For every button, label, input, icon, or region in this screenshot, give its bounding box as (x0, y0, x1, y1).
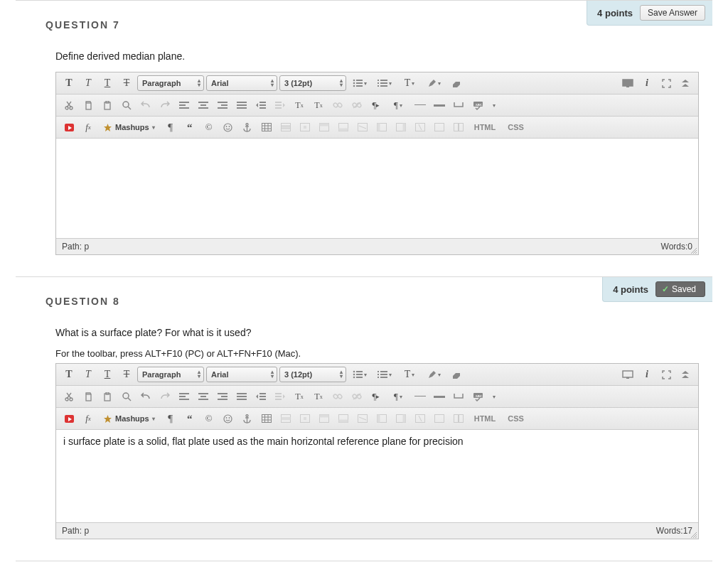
emoticons-button[interactable] (220, 411, 237, 426)
subscript-button[interactable]: Tx (310, 97, 327, 113)
paste-button[interactable] (99, 389, 116, 404)
redo-button[interactable] (156, 389, 173, 404)
fullscreen-button[interactable] (658, 367, 675, 382)
align-justify-button[interactable] (233, 97, 250, 113)
copy-button[interactable] (80, 97, 97, 113)
indent-button[interactable] (272, 389, 289, 404)
symbol-copyright-icon[interactable]: © (200, 119, 218, 135)
insert-table-button[interactable] (258, 411, 275, 426)
split-cells-button[interactable] (450, 119, 467, 135)
editor-content-area[interactable]: i surface plate is a solid, flat plate u… (56, 430, 698, 522)
undo-button[interactable] (137, 97, 154, 113)
outdent-button[interactable] (252, 389, 269, 404)
mashups-button[interactable]: Mashups▾ (99, 411, 160, 426)
delete-col-button[interactable] (412, 119, 429, 135)
font-family-select[interactable]: Arial▴▾ (206, 367, 277, 382)
bold-button[interactable]: T (60, 75, 77, 91)
delete-col-button[interactable] (412, 411, 429, 426)
highlight-color-button[interactable]: ▾ (423, 75, 446, 91)
superscript-button[interactable]: Tx (291, 389, 308, 404)
paste-button[interactable] (99, 97, 116, 113)
remove-link-button[interactable] (348, 97, 365, 113)
table-cell-props-button[interactable] (296, 411, 314, 426)
preview-button[interactable] (619, 75, 636, 91)
nonbreaking-space-button[interactable] (450, 389, 467, 404)
insert-link-button[interactable] (329, 97, 346, 113)
align-right-button[interactable] (214, 389, 231, 404)
collapse-toolbar-button[interactable] (677, 367, 694, 382)
font-size-select[interactable]: 3 (12pt)▴▾ (279, 367, 346, 382)
bold-button[interactable]: T (60, 367, 77, 382)
align-center-button[interactable] (195, 389, 212, 404)
table-row-props-button[interactable] (277, 119, 294, 135)
table-row-props-button[interactable] (277, 411, 294, 426)
insert-link-button[interactable] (329, 389, 346, 404)
insert-row-before-button[interactable] (316, 119, 333, 135)
insert-col-after-button[interactable] (392, 119, 410, 135)
paragraph-format-select[interactable]: Paragraph▴▾ (137, 75, 204, 91)
help-button[interactable]: i (638, 75, 655, 91)
merge-cells-button[interactable] (431, 119, 448, 135)
record-video-button[interactable] (60, 411, 77, 426)
blockquote-button[interactable]: “ (181, 411, 198, 426)
underline-button[interactable]: T (99, 75, 116, 91)
font-family-select[interactable]: Arial▴▾ (206, 75, 277, 91)
resize-handle-icon[interactable] (690, 247, 697, 254)
strikethrough-button[interactable]: T (118, 367, 135, 382)
insert-row-before-button[interactable] (316, 411, 333, 426)
undo-button[interactable] (137, 389, 154, 404)
html-button[interactable]: HTML (469, 119, 501, 135)
bullet-list-button[interactable]: ▾ (348, 367, 371, 382)
horizontal-rule-thick-button[interactable] (431, 389, 448, 404)
math-editor-button[interactable]: fx (80, 119, 97, 135)
anchor-button[interactable] (239, 411, 256, 426)
emoticons-button[interactable] (220, 119, 237, 135)
css-button[interactable]: CSS (503, 411, 529, 426)
numbered-list-button[interactable]: ▾ (373, 367, 396, 382)
align-justify-button[interactable] (233, 389, 250, 404)
table-cell-props-button[interactable] (296, 119, 314, 135)
insert-table-button[interactable] (258, 119, 275, 135)
split-cells-button[interactable] (450, 411, 467, 426)
math-editor-button[interactable]: fx (80, 411, 97, 426)
clear-formatting-button[interactable] (448, 75, 465, 91)
strikethrough-button[interactable]: T (118, 75, 135, 91)
fullscreen-button[interactable] (658, 75, 675, 91)
align-right-button[interactable] (214, 97, 231, 113)
direction-ltr-button[interactable]: ¶▸ (368, 389, 385, 404)
align-left-button[interactable] (176, 389, 193, 404)
show-nonprinting-button[interactable]: ¶ (162, 119, 179, 135)
insert-col-before-button[interactable] (373, 411, 390, 426)
italic-button[interactable]: T (80, 367, 97, 382)
redo-button[interactable] (156, 97, 173, 113)
preview-button[interactable] (619, 367, 636, 382)
show-nonprinting-button[interactable]: ¶ (162, 411, 179, 426)
outdent-button[interactable] (252, 97, 269, 113)
horizontal-rule-thin-button[interactable] (412, 389, 429, 404)
html-button[interactable]: HTML (469, 411, 501, 426)
align-left-button[interactable] (176, 97, 193, 113)
numbered-list-button[interactable]: ▾ (373, 75, 396, 91)
bullet-list-button[interactable]: ▾ (348, 75, 371, 91)
anchor-button[interactable] (239, 119, 256, 135)
save-answer-button[interactable]: Save Answer (640, 5, 705, 21)
spellcheck-dropdown[interactable]: ▾ (488, 389, 498, 404)
find-button[interactable] (118, 389, 135, 404)
editor-content-area[interactable] (56, 139, 698, 238)
delete-row-button[interactable] (354, 411, 371, 426)
insert-row-after-button[interactable] (335, 411, 352, 426)
highlight-color-button[interactable]: ▾ (423, 367, 446, 382)
css-button[interactable]: CSS (503, 119, 529, 135)
mashups-button[interactable]: Mashups▾ (99, 119, 160, 135)
clear-formatting-button[interactable] (448, 367, 465, 382)
spellcheck-button[interactable]: ABC (469, 97, 486, 113)
font-size-select[interactable]: 3 (12pt)▴▾ (279, 75, 346, 91)
superscript-button[interactable]: Tx (291, 97, 308, 113)
remove-link-button[interactable] (348, 389, 365, 404)
spellcheck-dropdown[interactable]: ▾ (488, 97, 498, 113)
paragraph-format-select[interactable]: Paragraph▴▾ (137, 367, 204, 382)
underline-button[interactable]: T (99, 367, 116, 382)
align-center-button[interactable] (195, 97, 212, 113)
merge-cells-button[interactable] (431, 411, 448, 426)
indent-button[interactable] (272, 97, 289, 113)
